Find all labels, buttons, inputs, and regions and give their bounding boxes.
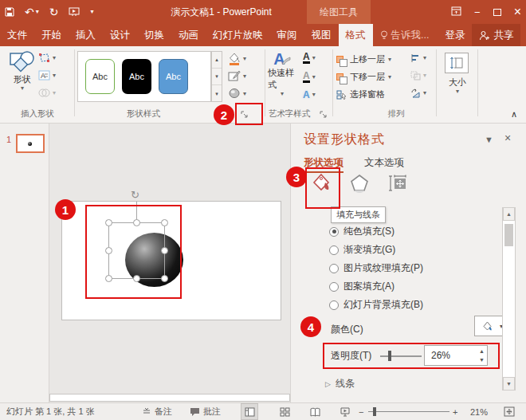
scroll-down-button[interactable]: ▼ [503,377,515,391]
fill-option-solid[interactable]: 纯色填充(S) [329,225,394,238]
redo-button[interactable]: ↻ [49,6,59,18]
close-button[interactable]: × [514,5,521,19]
context-tab-group-drawing-tools[interactable]: 绘图工具 [307,0,371,24]
slide-thumbnail[interactable] [16,134,45,153]
tell-me-box[interactable]: 告诉我... [373,24,437,46]
zoom-level[interactable]: 21% [470,403,488,420]
shape-fill-button[interactable]: ▾ [228,53,246,65]
tab-text-options[interactable]: 文本选项 [364,156,404,170]
tab-file[interactable]: 文件 [0,24,34,46]
text-effects-button[interactable]: A ▾ [303,90,316,100]
ribbon-display-options-button[interactable] [451,6,461,18]
zoom-slider-track[interactable] [368,411,449,412]
reading-view-button[interactable] [306,403,324,420]
pane-close-button[interactable]: × [504,131,511,144]
size-button-icon-box[interactable] [445,53,469,73]
shapes-button[interactable]: 形状 ▾ [6,51,38,92]
slide-sorter-view-button[interactable] [276,403,293,420]
chevron-down-icon: ▾ [243,91,246,97]
text-fill-button[interactable]: A ▾ [303,52,316,64]
tab-design[interactable]: 设计 [103,24,137,46]
shape-outline-button[interactable]: ▾ [228,70,246,82]
tab-transitions[interactable]: 切换 [137,24,171,46]
shape-style-thumb-1[interactable]: Abc [85,59,115,94]
fill-option-gradient[interactable]: 渐变填充(G) [329,243,395,257]
slide-thumbnail-panel: 1 [0,124,49,402]
size-label: 大小 [449,77,466,88]
color-label: 颜色(C) [331,323,363,336]
gallery-scroll-up-button[interactable]: ▴ [212,52,222,69]
minimize-button[interactable]: − [474,6,481,18]
align-button[interactable]: ▾ [410,53,426,63]
horizontal-scrollbar[interactable] [49,394,290,402]
shape-style-thumb-3[interactable]: Abc [159,59,188,94]
comments-button[interactable]: 批注 [190,403,221,420]
tab-animations[interactable]: 动画 [171,24,206,46]
start-slideshow-button[interactable] [69,7,80,17]
fit-to-window-icon [504,406,515,417]
share-button[interactable]: 共享 [472,24,520,46]
wordart-styles-dialog-launcher[interactable] [318,109,329,120]
normal-view-button[interactable] [241,403,258,420]
shape-style-thumb-2[interactable]: Abc [122,59,151,94]
tab-review[interactable]: 审阅 [270,24,304,46]
tab-format[interactable]: 格式 [339,24,373,46]
titlebar: ↶▾ ↻ ▾ 演示文稿1 - PowerPoint 绘图工具 − × [0,0,526,24]
radio-selected-icon [329,227,339,237]
text-box-button[interactable]: A ▾ [38,70,56,80]
group-objects-icon [410,71,421,80]
customize-qat-button[interactable]: ▾ [90,9,93,15]
tab-insert[interactable]: 插入 [69,24,103,46]
quick-styles-button[interactable]: A 快速样式 ▾ [268,51,296,97]
slide-counter[interactable]: 幻灯片 第 1 张, 共 1 张 [6,403,95,420]
zoom-slider-handle[interactable] [373,407,376,416]
fill-option-picture[interactable]: 图片或纹理填充(P) [329,261,423,275]
fill-option-background-label: 幻灯片背景填充(B) [343,298,423,312]
gallery-more-button[interactable]: ▾ [212,85,222,101]
send-backward-button[interactable]: 下移一层 ▾ [336,71,391,83]
slideshow-view-button[interactable] [336,403,354,420]
fit-to-window-button[interactable] [504,403,515,420]
bring-forward-icon [336,56,343,63]
pane-scrollbar[interactable]: ▲ ▼ [502,207,516,391]
gallery-scroll-down-button[interactable]: ▾ [212,69,222,85]
collapse-ribbon-button[interactable]: ∧ [508,108,520,120]
group-label-insert-shapes: 插入形状 [6,108,69,120]
edit-shape-button[interactable]: ▾ [38,53,56,63]
shape-outline-icon [228,70,241,82]
notes-button[interactable]: 备注 [142,403,172,420]
zoom-in-button[interactable]: + [453,403,457,420]
fill-option-slide-background[interactable]: 幻灯片背景填充(B) [329,298,423,312]
scrollbar-thumb[interactable] [504,224,513,246]
scroll-up-button[interactable]: ▲ [503,207,515,221]
tab-slideshow[interactable]: 幻灯片放映 [206,24,270,46]
effects-icon[interactable] [349,173,370,194]
send-backward-label: 下移一层 [350,71,385,83]
annotation-step-4: 4 [300,316,321,337]
line-section-header[interactable]: ▷ 线条 [325,377,355,391]
tab-home[interactable]: 开始 [34,24,69,46]
chevron-down-icon: ▾ [21,85,24,92]
tab-view[interactable]: 视图 [304,24,339,46]
maximize-button[interactable] [493,6,501,18]
thumbnail-shape-preview [28,142,32,146]
send-backward-icon [336,73,343,80]
selection-pane-button[interactable]: 选择窗格 [336,88,385,100]
redo-icon: ↻ [49,6,59,18]
undo-button[interactable]: ↶▾ [25,6,39,18]
shape-styles-gallery: Abc Abc Abc [77,51,211,102]
zoom-out-button[interactable]: − [359,403,363,420]
fill-option-pattern[interactable]: 图案填充(A) [329,280,394,293]
rotate-objects-button[interactable]: ▾ [410,88,426,98]
size-properties-icon[interactable] [387,173,408,194]
text-outline-button[interactable]: A ▾ [303,71,316,83]
fill-line-tooltip: 填充与线条 [331,206,386,223]
shape-fill-icon [228,53,241,65]
pane-options-button[interactable]: ▼ [485,135,493,144]
save-icon[interactable] [5,7,14,17]
size-button[interactable]: 大小 ▾ [443,77,472,95]
sign-in-button[interactable]: 登录 [438,24,472,46]
shape-effects-button[interactable]: ▾ [228,88,246,100]
bring-forward-button[interactable]: 上移一层 ▾ [336,53,391,65]
rotate-handle-icon[interactable]: ↻ [131,189,139,201]
